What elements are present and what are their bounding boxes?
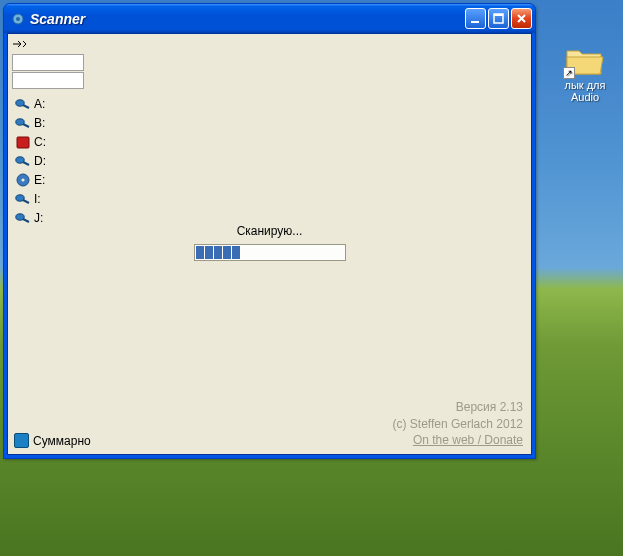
drive-item-D[interactable]: D:	[14, 152, 531, 170]
desktop-icon-label-1: лык для	[555, 79, 615, 91]
scanner-window: Scanner A:B:C:D:E:I:J: Сканир	[3, 3, 536, 459]
scanner-icon	[15, 97, 30, 111]
svg-point-1	[16, 17, 20, 21]
desktop-icon-label-2: Audio	[555, 91, 615, 103]
minimize-button[interactable]	[465, 8, 486, 29]
drive-label: J:	[34, 211, 43, 225]
drive-label: B:	[34, 116, 45, 130]
drive-label: A:	[34, 97, 45, 111]
progress-segment	[232, 246, 240, 259]
svg-rect-4	[494, 14, 503, 16]
close-button[interactable]	[511, 8, 532, 29]
progress-segment	[223, 246, 231, 259]
drive-label: C:	[34, 135, 46, 149]
scanner-icon	[15, 211, 30, 225]
summary-icon	[14, 433, 29, 448]
window-title: Scanner	[30, 11, 465, 27]
hdd-red-icon	[15, 135, 30, 149]
desktop-shortcut[interactable]: ↗ лык для Audio	[555, 45, 615, 103]
drive-item-I[interactable]: I:	[14, 190, 531, 208]
drive-item-E[interactable]: E:	[14, 171, 531, 189]
path-input-1[interactable]	[12, 54, 84, 71]
scanner-icon	[15, 116, 30, 130]
svg-rect-2	[471, 21, 479, 23]
svg-point-10	[21, 178, 24, 181]
titlebar[interactable]: Scanner	[4, 4, 535, 33]
drive-list: A:B:C:D:E:I:J:	[8, 89, 531, 227]
progress-bar	[194, 244, 346, 261]
drive-label: E:	[34, 173, 45, 187]
scanner-icon	[15, 154, 30, 168]
scan-status-area: Сканирую...	[8, 224, 531, 261]
drive-item-C[interactable]: C:	[14, 133, 531, 151]
summary-label: Суммарно	[33, 434, 91, 448]
copyright-label: (c) Steffen Gerlach 2012	[392, 416, 523, 432]
summary-button[interactable]: Суммарно	[14, 433, 91, 448]
scanner-icon	[15, 192, 30, 206]
progress-segment	[196, 246, 204, 259]
drive-label: D:	[34, 154, 46, 168]
progress-segment	[214, 246, 222, 259]
donate-link[interactable]: On the web / Donate	[392, 432, 523, 448]
folder-icon: ↗	[565, 45, 605, 77]
version-label: Версия 2.13	[392, 399, 523, 415]
shortcut-arrow-icon: ↗	[563, 67, 575, 79]
path-input-2[interactable]	[12, 72, 84, 89]
client-area: A:B:C:D:E:I:J: Сканирую... Суммарно Верс…	[7, 33, 532, 455]
progress-segment	[205, 246, 213, 259]
drive-item-B[interactable]: B:	[14, 114, 531, 132]
drive-item-A[interactable]: A:	[14, 95, 531, 113]
app-icon	[10, 11, 26, 27]
maximize-button[interactable]	[488, 8, 509, 29]
cd-icon	[15, 173, 30, 187]
svg-rect-7	[17, 137, 29, 148]
navigate-arrow-icon[interactable]	[12, 37, 28, 51]
scanning-label: Сканирую...	[8, 224, 531, 238]
drive-label: I:	[34, 192, 41, 206]
